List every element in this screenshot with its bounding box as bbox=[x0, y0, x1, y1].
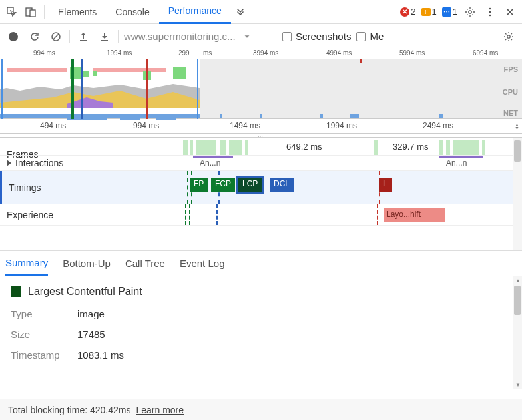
lcp-color-swatch bbox=[11, 286, 21, 297]
ov-tick: 3994 ms bbox=[253, 49, 278, 57]
frame-time-2: 329.7 ms bbox=[393, 142, 428, 152]
detail-key-timestamp: Timestamp bbox=[11, 349, 68, 361]
info-badge[interactable]: ⋯1 bbox=[440, 7, 459, 17]
detail-key-size: Size bbox=[11, 329, 68, 340]
ov-tick: 6994 ms bbox=[473, 49, 498, 57]
more-tabs-chevron-icon[interactable] bbox=[231, 3, 250, 21]
layout-shift-bar[interactable]: Layo...hift bbox=[384, 208, 445, 222]
info-count: 1 bbox=[453, 7, 457, 17]
screenshots-checkbox[interactable]: Screenshots bbox=[282, 31, 351, 42]
tab-elements[interactable]: Elements bbox=[49, 0, 106, 24]
track-interactions[interactable]: Interactions bbox=[0, 155, 522, 171]
ov-tick: 994 ms bbox=[33, 49, 55, 57]
ruler-tick: 494 ms bbox=[40, 121, 66, 130]
ruler-tick: 2494 ms bbox=[423, 121, 453, 130]
track-experience[interactable]: Experience Layo...hift bbox=[0, 204, 522, 226]
ruler-tick: 994 ms bbox=[133, 121, 159, 130]
svg-point-5 bbox=[489, 14, 491, 16]
overview-selection[interactable] bbox=[1, 59, 198, 119]
details-scrollbar[interactable]: ▲ ▼ bbox=[513, 276, 522, 389]
upload-profile-icon[interactable] bbox=[75, 29, 91, 45]
tab-performance[interactable]: Performance bbox=[159, 0, 231, 24]
ov-tick: 299 bbox=[178, 49, 190, 57]
ov-tick: 4994 ms bbox=[326, 49, 352, 57]
tab-console[interactable]: Console bbox=[106, 0, 158, 24]
clear-button[interactable] bbox=[48, 29, 64, 45]
inspect-element-icon[interactable] bbox=[3, 3, 21, 21]
reload-button[interactable] bbox=[27, 29, 43, 45]
tab-calltree[interactable]: Call Tree bbox=[125, 251, 165, 276]
tab-summary[interactable]: Summary bbox=[5, 251, 48, 276]
warnings-badge[interactable]: 1 bbox=[419, 7, 439, 17]
frame-time-1: 649.2 ms bbox=[286, 142, 322, 152]
close-icon[interactable] bbox=[501, 3, 519, 21]
record-button[interactable] bbox=[5, 29, 21, 45]
device-toggle-icon[interactable] bbox=[21, 3, 40, 21]
detail-val-type: image bbox=[77, 308, 105, 319]
detail-val-size: 17485 bbox=[77, 329, 105, 340]
kebab-menu-icon[interactable] bbox=[481, 3, 499, 21]
svg-point-2 bbox=[469, 10, 471, 13]
marker-fcp[interactable]: FCP bbox=[211, 178, 235, 192]
summary-details: Largest Contentful Paint Typeimage Size1… bbox=[0, 276, 522, 389]
ov-tick: 1994 ms bbox=[107, 49, 132, 57]
warnings-count: 1 bbox=[432, 7, 437, 17]
blocking-time-text: Total blocking time: 420.42ms bbox=[8, 405, 130, 415]
timeline-ruler[interactable]: 494 ms 994 ms 1494 ms 1994 ms 2494 ms ▲▼ bbox=[0, 119, 522, 134]
marker-fp[interactable]: FP bbox=[190, 178, 208, 192]
marker-load[interactable]: L bbox=[379, 178, 392, 192]
tab-bottomup[interactable]: Bottom-Up bbox=[63, 251, 111, 276]
interactions-label: Interactions bbox=[7, 158, 63, 168]
detail-val-timestamp: 1083.1 ms bbox=[77, 349, 124, 361]
overview-ruler: 994 ms 1994 ms 299 ms 3994 ms 4994 ms 59… bbox=[0, 49, 522, 59]
marker-dcl[interactable]: DCL bbox=[270, 178, 294, 192]
memory-label: Me bbox=[370, 31, 384, 42]
memory-checkbox[interactable]: Me bbox=[356, 31, 384, 42]
tab-eventlog[interactable]: Event Log bbox=[180, 251, 225, 276]
ruler-tick: 1494 ms bbox=[230, 121, 260, 130]
detail-title: Largest Contentful Paint bbox=[11, 286, 515, 298]
devtools-main-tabs: Elements Console Performance ✕2 1 ⋯1 bbox=[0, 0, 522, 24]
profile-url-select[interactable]: www.supermonitoring.c... bbox=[124, 31, 277, 42]
footer-status: Total blocking time: 420.42ms Learn more bbox=[0, 399, 522, 420]
details-tabs: Summary Bottom-Up Call Tree Event Log bbox=[0, 251, 522, 276]
svg-point-4 bbox=[489, 11, 491, 13]
fps-label: FPS bbox=[504, 65, 518, 73]
ov-tick: ms bbox=[203, 49, 212, 57]
performance-toolbar: www.supermonitoring.c... Screenshots Me bbox=[0, 24, 522, 49]
capture-settings-gear-icon[interactable] bbox=[501, 29, 517, 45]
svg-point-3 bbox=[489, 7, 491, 9]
profile-url-text: www.supermonitoring.c... bbox=[124, 31, 236, 42]
errors-badge[interactable]: ✕2 bbox=[398, 7, 417, 17]
svg-point-7 bbox=[507, 35, 510, 37]
tracks-scrollbar[interactable] bbox=[513, 138, 522, 250]
flamechart-tracks: Frames 649.2 ms 329.7 ms An...n An...n I… bbox=[0, 138, 522, 251]
marker-lcp[interactable]: LCP bbox=[238, 178, 262, 192]
svg-rect-1 bbox=[30, 10, 35, 17]
overview-minimap[interactable]: 994 ms 1994 ms 299 ms 3994 ms 4994 ms 59… bbox=[0, 49, 522, 119]
detail-key-type: Type bbox=[11, 308, 68, 319]
errors-count: 2 bbox=[411, 7, 415, 17]
disclosure-icon[interactable] bbox=[7, 160, 11, 166]
ov-tick: 5994 ms bbox=[399, 49, 425, 57]
ruler-tick: 1994 ms bbox=[326, 121, 357, 130]
settings-gear-icon[interactable] bbox=[461, 3, 479, 21]
download-profile-icon[interactable] bbox=[97, 29, 113, 45]
ruler-scroll-grip[interactable]: ▲▼ bbox=[511, 119, 522, 134]
screenshots-label: Screenshots bbox=[296, 31, 351, 42]
learn-more-link[interactable]: Learn more bbox=[136, 405, 184, 415]
track-timings[interactable]: Timings FP FCP LCP DCL L bbox=[0, 171, 522, 204]
